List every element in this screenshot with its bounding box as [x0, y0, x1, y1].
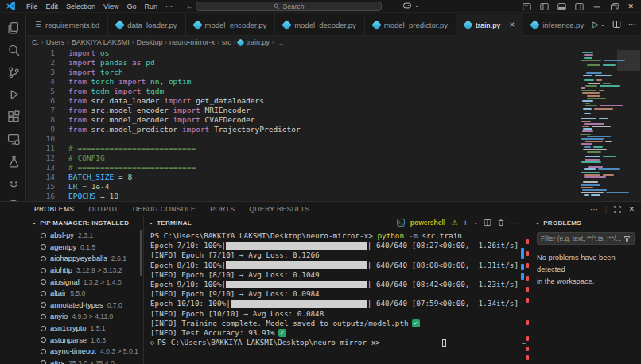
menu-file[interactable]: File [22, 2, 42, 10]
panel-tab-query-results[interactable]: QUERY RESULTS [248, 203, 310, 215]
menu-selection[interactable]: Selection [62, 2, 99, 10]
chevron-down-icon: ⌄ [149, 219, 153, 226]
terminal-output[interactable]: PS C:\Users\BAKKIYA LAKSMI\Desktop\neuro… [144, 229, 530, 347]
package-circle-icon [41, 233, 46, 238]
window-minimize-button[interactable] [592, 2, 601, 11]
shell-name-label[interactable]: powershell [410, 219, 445, 227]
package-version: 1.5.1 [90, 324, 105, 332]
menu-view[interactable]: View [99, 2, 122, 10]
pip-package-row[interactable]: aiohappyeyeballs2.6.1 [27, 253, 143, 265]
tab-model_predictor-py[interactable]: model_predictor.py [365, 14, 456, 35]
breadcrumb-item[interactable]: Users [46, 38, 65, 46]
toggle-panel-icon[interactable] [557, 2, 566, 11]
menu-edit[interactable]: Edit [42, 2, 63, 10]
tab-model_encoder-py[interactable]: model_encoder.py [186, 14, 276, 35]
problems-filter-input[interactable]: Filter (e.g. text, **/*.ts, !**/… [537, 232, 635, 245]
toggle-sidebar-icon[interactable] [540, 2, 549, 11]
tab-train-py[interactable]: train.py✕ [456, 14, 523, 36]
customize-layout-icon[interactable] [523, 2, 531, 11]
activity-search[interactable] [0, 41, 26, 60]
breadcrumb[interactable]: C:›Users›BAKKIYA LAKSMI›Desktop›neuro-mi… [27, 36, 641, 48]
code-editor[interactable]: 1import os2import pandas as pd3import to… [27, 48, 641, 201]
pip-package-list: absl-py2.3.1agentpy0.1.5aiohappyeyeballs… [27, 229, 143, 364]
pip-package-row[interactable]: annotated-types0.7.0 [27, 300, 143, 312]
menu-run[interactable]: Run [140, 2, 161, 10]
breadcrumb-item[interactable]: train.py [246, 38, 270, 46]
menu-[interactable]: ··· [161, 2, 177, 10]
breadcrumb-item[interactable]: … [277, 38, 284, 46]
activity-run-and-debug[interactable] [0, 85, 26, 104]
split-editor-icon[interactable] [612, 20, 621, 29]
activity-remote-explorer[interactable] [0, 130, 26, 149]
new-terminal-button[interactable]: + [463, 219, 468, 227]
code-line: 6from src.data_loader import get_dataloa… [27, 96, 641, 106]
pip-package-row[interactable]: absl-py2.3.1 [27, 230, 143, 242]
search-command-center[interactable]: Search [196, 2, 382, 11]
pip-package-row[interactable]: asn1crypto1.5.1 [27, 323, 143, 335]
kill-terminal-icon[interactable] [497, 219, 505, 227]
python-icon [463, 20, 473, 30]
activity-smiley-extension[interactable] [0, 174, 26, 193]
editor-more-actions[interactable]: ··· [628, 20, 636, 29]
activity-explorer[interactable] [0, 18, 26, 37]
pip-package-row[interactable]: attrs25.3.0 > 25.4.0 [27, 358, 143, 364]
activity-extensions[interactable] [0, 107, 26, 126]
panel-tab-ports[interactable]: PORTS [209, 203, 235, 215]
menu-go[interactable]: Go [122, 2, 140, 10]
pip-package-row[interactable]: agentpy0.1.5 [27, 242, 143, 254]
terminal-overview-ruler[interactable] [521, 229, 530, 364]
window-close-button[interactable]: ✕ [627, 2, 634, 10]
toggle-secondary-sidebar-icon[interactable] [575, 2, 584, 11]
line-number: 6 [27, 96, 68, 106]
pip-package-row[interactable]: altair5.5.0 [27, 288, 143, 300]
breadcrumb-item[interactable]: src [222, 38, 231, 46]
pip-manager-header[interactable]: ⌄ PIP MANAGER: INSTALLED [27, 216, 143, 229]
split-terminal-icon[interactable] [484, 219, 491, 227]
breadcrumb-item[interactable]: BAKKIYA LAKSMI [72, 38, 130, 46]
breadcrumb-item[interactable]: Desktop [136, 38, 162, 46]
activity-testing[interactable] [0, 152, 26, 171]
activity-source-control[interactable] [0, 63, 26, 82]
tab-model_decoder-py[interactable]: model_decoder.py [275, 14, 365, 35]
terminal-header[interactable]: ⌄ TERMINAL [144, 216, 192, 229]
nav-back-button[interactable]: ← [186, 2, 194, 10]
panel-more-actions[interactable]: ··· [590, 205, 598, 214]
maximize-panel-icon[interactable] [614, 206, 621, 213]
pip-package-row[interactable]: aiosignal1.3.2 > 1.4.0 [27, 276, 143, 288]
breadcrumb-separator: › [67, 39, 69, 46]
tab-inference-py[interactable]: inference.py [523, 14, 592, 35]
terminal-dropdown-icon[interactable]: ⌄ [473, 219, 478, 226]
tab-requirements-txt[interactable]: ☰requirements.txt [27, 14, 108, 35]
tab-label: train.py [476, 21, 500, 29]
chevron-down-icon: ⌄ [414, 2, 419, 9]
problems-header[interactable]: ⌄ PROBLEMS [530, 216, 641, 229]
minimap[interactable] [579, 49, 615, 199]
code-text: # CONFIG [68, 153, 105, 163]
tab-data_loader-py[interactable]: data_loader.py [108, 14, 185, 35]
panel-tab-output[interactable]: OUTPUT [87, 203, 118, 215]
close-panel-icon[interactable]: ✕ [628, 205, 635, 213]
minimap-slider[interactable] [617, 50, 640, 71]
breadcrumb-item[interactable]: neuro-mirror-x [169, 38, 215, 46]
tab-label: model_encoder.py [205, 21, 267, 29]
package-name: absl-py [50, 231, 74, 239]
warning-icon[interactable]: ⚠ [451, 219, 457, 227]
package-name: agentpy [50, 243, 76, 251]
panel-tab-problems[interactable]: PROBLEMS [33, 203, 75, 215]
pip-package-row[interactable]: astunparse1.6.3 [27, 334, 143, 346]
pip-package-row[interactable]: async-timeout4.0.3 > 5.0.1 [27, 346, 143, 358]
pip-package-row[interactable]: aiohttp3.12.9 > 3.13.2 [27, 265, 143, 277]
code-line: 1import os [27, 48, 641, 58]
terminal-more-actions[interactable]: ··· [511, 219, 519, 227]
run-python-file-button[interactable]: ▷ [592, 20, 599, 29]
breadcrumb-item[interactable]: C: [32, 38, 39, 46]
tab-close-icon[interactable]: ✕ [509, 21, 515, 29]
run-dropdown-icon[interactable]: ⌄ [600, 21, 605, 28]
code-text: import os [68, 48, 110, 58]
package-version: 5.5.0 [70, 289, 85, 297]
copilot-button[interactable]: ⌄ [402, 2, 419, 10]
pip-package-row[interactable]: anyio4.9.0 > 4.11.0 [27, 311, 143, 323]
panel-tab-debug-console[interactable]: DEBUG CONSOLE [132, 203, 196, 215]
window-restore-button[interactable] [610, 2, 619, 11]
pip-scrollbar[interactable] [140, 230, 142, 276]
